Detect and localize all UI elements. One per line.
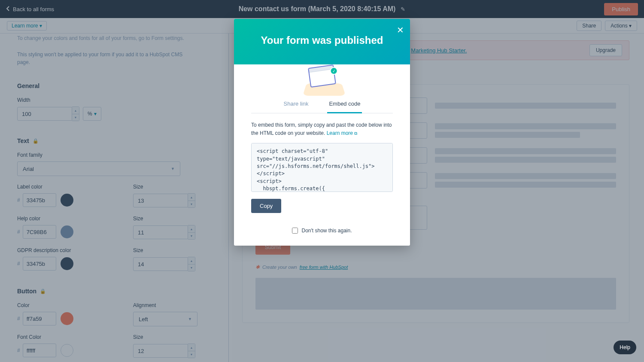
embed-learn-more-link[interactable]: Learn more ⧉ [327,130,358,136]
close-icon[interactable]: ✕ [397,25,404,35]
embed-code-textarea[interactable]: <script charset="utf-8" type="text/javas… [251,143,393,192]
copy-button[interactable]: Copy [251,199,281,213]
publish-success-modal: Your form was published ✕ ✓ Share link E… [234,19,410,246]
dont-show-again[interactable]: Don't show this again. [251,228,393,234]
embed-description: To embed this form, simply copy and past… [251,121,393,137]
external-link-icon: ⧉ [354,131,357,136]
dont-show-checkbox[interactable] [292,228,298,234]
success-illustration: ✓ [309,66,335,86]
tab-embed-code[interactable]: Embed code [327,96,362,113]
modal-title: Your form was published [261,34,383,46]
tab-share-link[interactable]: Share link [282,96,310,113]
help-widget[interactable]: Help [614,341,636,354]
